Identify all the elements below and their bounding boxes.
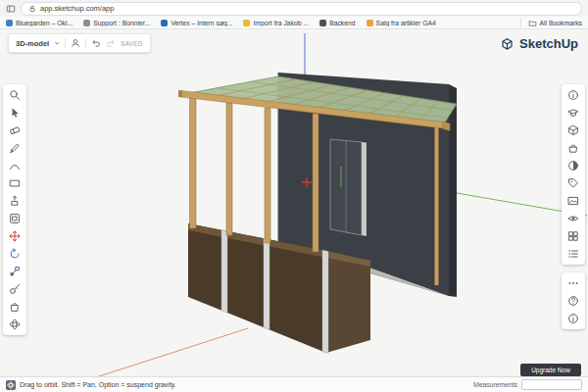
materials-icon xyxy=(567,142,579,154)
undo-icon[interactable] xyxy=(91,38,101,48)
instructor-icon xyxy=(567,107,579,119)
sketchup-logo: SketchUp xyxy=(500,36,578,51)
bookmark-favicon xyxy=(243,20,250,26)
all-bookmarks-label: All Bookmarks xyxy=(540,20,582,26)
tool-orbit-button[interactable] xyxy=(7,318,23,330)
tags-icon xyxy=(567,177,579,189)
tool-paint-button[interactable] xyxy=(7,301,23,313)
account-icon[interactable] xyxy=(71,38,80,48)
panel-components-button[interactable] xyxy=(565,124,581,136)
select-icon xyxy=(9,107,21,119)
offset-icon xyxy=(9,213,21,224)
tool-push-pull-button[interactable] xyxy=(7,195,23,207)
eraser-icon xyxy=(9,124,21,136)
browser-toolbar: app.sketchup.com/app xyxy=(0,0,588,17)
panels-palette xyxy=(562,84,585,265)
status-hint: Drag to orbit. Shift = Pan, Option = sus… xyxy=(20,381,176,388)
rectangle-icon xyxy=(9,177,21,189)
more-panels-icon xyxy=(567,277,579,289)
panel-scenes-button[interactable] xyxy=(565,195,581,207)
bookmark-favicon xyxy=(83,20,90,26)
panel-entity-info-button[interactable] xyxy=(565,89,581,101)
bookmark-label: Vertex – Intern søg... xyxy=(171,20,232,26)
panel-styles-button[interactable] xyxy=(565,160,581,172)
tool-select-button[interactable] xyxy=(7,107,23,119)
bookmark-item[interactable]: Salg fra artikler GA4 xyxy=(367,20,436,26)
move-icon xyxy=(9,230,21,242)
all-bookmarks-button[interactable]: All Bookmarks xyxy=(520,19,582,27)
panel-instructor-button[interactable] xyxy=(565,107,581,119)
status-bar: Drag to orbit. Shift = Pan, Option = sus… xyxy=(0,376,588,392)
views-icon xyxy=(567,230,579,242)
chevron-down-icon[interactable] xyxy=(54,40,60,46)
panel-info-button[interactable] xyxy=(565,313,581,324)
panel-tags-button[interactable] xyxy=(565,177,581,189)
push-pull-icon xyxy=(9,195,21,207)
tool-rotate-button[interactable] xyxy=(7,248,23,260)
sketchup-logo-icon xyxy=(500,36,514,51)
save-status: SAVED xyxy=(121,40,142,47)
panel-outliner-button[interactable] xyxy=(565,248,581,260)
bookmark-label: Salg fra artikler GA4 xyxy=(376,20,436,26)
tape-measure-icon xyxy=(9,283,21,295)
bookmark-item[interactable]: Vertex – Intern søg... xyxy=(161,20,232,26)
folder-icon xyxy=(528,19,537,27)
panel-help-button[interactable] xyxy=(565,295,581,307)
rotate-icon xyxy=(9,248,21,260)
measurements-input[interactable] xyxy=(521,379,582,390)
help-icon xyxy=(567,295,579,307)
scenes-icon xyxy=(567,195,579,207)
bookmark-label: Bluegarden – Okl... xyxy=(16,20,73,26)
tool-eraser-button[interactable] xyxy=(7,124,23,136)
address-bar[interactable]: app.sketchup.com/app xyxy=(21,2,582,16)
lock-icon xyxy=(28,5,36,13)
info-icon xyxy=(567,313,579,324)
bookmark-item[interactable]: Import fra Jakob ... xyxy=(243,20,309,26)
components-icon xyxy=(567,124,579,136)
panels-palette-bottom xyxy=(562,272,585,329)
tool-move-button[interactable] xyxy=(7,230,23,242)
url-text: app.sketchup.com/app xyxy=(40,4,114,13)
bookmark-label: Import fra Jakob ... xyxy=(253,20,309,26)
panel-materials-button[interactable] xyxy=(565,142,581,154)
brand-name: SketchUp xyxy=(519,36,578,51)
orbit-icon xyxy=(9,318,21,330)
scale-icon xyxy=(9,266,21,277)
tool-palette xyxy=(3,84,26,335)
document-toolbar: 3D-model SAVED xyxy=(8,33,151,53)
redo-icon[interactable] xyxy=(106,38,116,48)
tool-search-button[interactable] xyxy=(7,89,23,101)
panel-display-button[interactable] xyxy=(565,213,581,224)
model-name[interactable]: 3D-model xyxy=(16,39,49,48)
side-panel-icon[interactable] xyxy=(6,4,16,14)
tool-rectangle-button[interactable] xyxy=(7,177,23,189)
tool-scale-button[interactable] xyxy=(7,266,23,277)
bookmark-item[interactable]: Bluegarden – Okl... xyxy=(6,20,73,26)
pencil-icon xyxy=(9,142,21,154)
panel-views-button[interactable] xyxy=(565,230,581,242)
tool-tape-measure-button[interactable] xyxy=(7,283,23,295)
outliner-icon xyxy=(567,248,579,260)
orbit-hint-icon xyxy=(6,380,16,390)
tool-arc-button[interactable] xyxy=(7,160,23,172)
bookmark-label: Support : Bonnier... xyxy=(93,20,150,26)
bookmark-favicon xyxy=(319,20,326,26)
bookmarks-bar: Bluegarden – Okl...Support : Bonnier...V… xyxy=(0,17,588,29)
display-icon xyxy=(567,213,579,224)
bookmark-favicon xyxy=(6,20,13,26)
bookmark-item[interactable]: Support : Bonnier... xyxy=(83,20,150,26)
entity-info-icon xyxy=(567,89,579,101)
styles-icon xyxy=(567,160,579,172)
tool-pencil-button[interactable] xyxy=(7,142,23,154)
bookmark-label: Backend xyxy=(329,20,355,26)
search-icon xyxy=(9,89,21,101)
model-canvas[interactable] xyxy=(0,0,588,392)
bookmark-favicon xyxy=(367,20,373,26)
bookmark-favicon xyxy=(161,20,168,26)
paint-icon xyxy=(9,301,21,313)
tool-offset-button[interactable] xyxy=(7,213,23,224)
upgrade-button[interactable]: Upgrade Now xyxy=(520,364,581,376)
bookmark-item[interactable]: Backend xyxy=(319,20,355,26)
glass-door[interactable] xyxy=(330,139,367,236)
panel-more-panels-button[interactable] xyxy=(565,277,581,289)
